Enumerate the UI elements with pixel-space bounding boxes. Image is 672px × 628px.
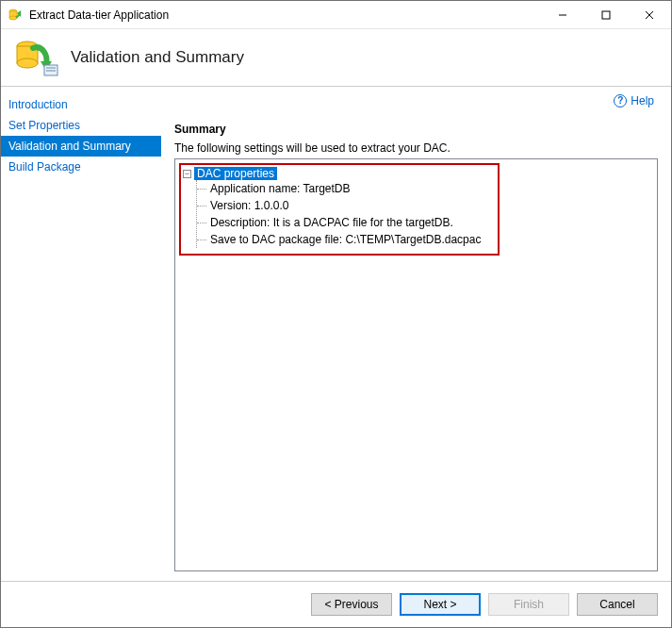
wizard-footer: < Previous Next > Finish Cancel [1,581,671,627]
tree-root-label: DAC properties [194,167,277,180]
wizard-steps-sidebar: Introduction Set Properties Validation a… [1,87,161,581]
summary-heading: Summary [174,123,658,136]
tree-item-app-name[interactable]: Application name: TargetDB [197,180,492,197]
annotation-frame: − DAC properties Application name: Targe… [179,163,500,256]
tree-node-root[interactable]: − DAC properties [183,167,492,180]
maximize-button[interactable] [584,1,628,28]
tree-item-description[interactable]: Description: It is a DACPAC file for the… [197,214,492,231]
tree-item-save-path[interactable]: Save to DAC package file: C:\TEMP\Target… [197,231,492,248]
page-title: Validation and Summary [71,48,244,67]
summary-tree[interactable]: − DAC properties Application name: Targe… [174,158,658,571]
help-label: Help [631,94,654,107]
tree-item-version[interactable]: Version: 1.0.0.0 [197,197,492,214]
dialog-window: Extract Data-tier Application [0,0,672,628]
minimize-button[interactable] [541,1,584,28]
finish-button: Finish [488,593,569,616]
cancel-button[interactable]: Cancel [577,593,658,616]
tree-children: Application name: TargetDB Version: 1.0.… [196,180,492,248]
window-controls [541,1,671,28]
help-icon: ? [614,94,627,107]
help-link[interactable]: ? Help [614,94,654,107]
svg-point-9 [17,58,38,68]
collapse-icon[interactable]: − [183,170,191,178]
sidebar-item-build-package[interactable]: Build Package [1,157,161,177]
svg-rect-4 [602,11,610,19]
summary-description: The following settings will be used to e… [174,141,658,155]
main-panel: ? Help Summary The following settings wi… [161,87,671,581]
wizard-body: Introduction Set Properties Validation a… [1,87,671,581]
next-button[interactable]: Next > [400,593,481,616]
window-title: Extract Data-tier Application [29,8,541,22]
previous-button[interactable]: < Previous [311,593,392,616]
sidebar-item-introduction[interactable]: Introduction [1,94,161,115]
sidebar-item-set-properties[interactable]: Set Properties [1,115,161,136]
svg-point-2 [9,16,17,20]
app-icon [8,8,24,23]
sidebar-item-validation-summary[interactable]: Validation and Summary [1,136,161,157]
titlebar: Extract Data-tier Application [1,1,671,29]
wizard-header: Validation and Summary [1,29,671,86]
close-button[interactable] [628,1,671,28]
wizard-icon [14,39,59,76]
